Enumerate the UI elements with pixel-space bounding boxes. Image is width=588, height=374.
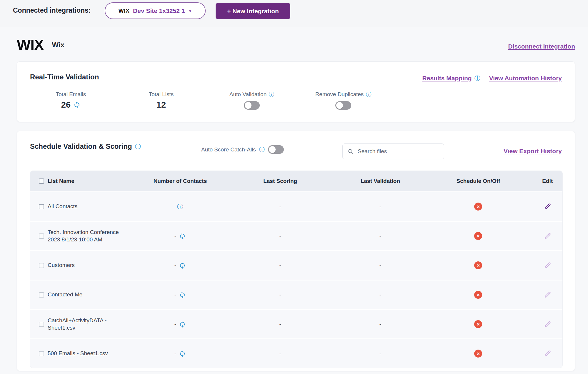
list-name: 500 Emails - Sheet1.csv — [48, 350, 108, 357]
col-last-validation: Last Validation — [337, 178, 424, 184]
info-icon[interactable]: ⓘ — [259, 147, 265, 152]
row-checkbox[interactable] — [39, 263, 44, 268]
search-icon — [348, 148, 354, 155]
schedule-off-icon[interactable]: ✕ — [474, 232, 482, 240]
schedule-off-icon[interactable]: ✕ — [474, 350, 482, 358]
edit-pencil-icon[interactable] — [544, 261, 552, 269]
row-checkbox[interactable] — [39, 292, 44, 298]
edit-pencil-icon[interactable] — [544, 320, 552, 328]
remove-duplicates-toggle[interactable] — [335, 101, 351, 110]
remove-duplicates-block: Remove Duplicates ⓘ — [307, 91, 380, 110]
list-name: Customers — [48, 262, 75, 269]
info-icon[interactable]: ⓘ — [474, 75, 480, 81]
table-row: All Contacts ⓘ - - - ✕ — [30, 191, 562, 221]
new-integration-button[interactable]: + New Integration — [216, 3, 290, 19]
info-icon[interactable]: ⓘ — [135, 143, 141, 149]
remove-duplicates-label: Remove Duplicates — [315, 91, 364, 98]
edit-pencil-icon[interactable] — [544, 291, 552, 299]
row-checkbox[interactable] — [39, 351, 44, 356]
last-scoring-value: - — [224, 233, 337, 239]
col-number-of-contacts: Number of Contacts — [136, 178, 224, 184]
schedule-off-icon[interactable]: ✕ — [474, 320, 482, 328]
view-automation-history-link[interactable]: View Automation History — [489, 75, 562, 82]
row-checkbox[interactable] — [39, 233, 44, 239]
auto-validation-block: Auto Validation ⓘ — [216, 91, 287, 110]
last-validation-value: - — [337, 203, 424, 210]
wix-brand-mark: WIX — [119, 8, 129, 14]
wix-logo: WIX — [17, 36, 44, 54]
edit-pencil-icon[interactable] — [544, 232, 552, 240]
site-dropdown[interactable]: WIX Dev Site 1x3252 1 ▼ — [105, 2, 206, 19]
table-header-row: List Name Number of Contacts Last Scorin… — [30, 171, 562, 191]
total-lists-stat: Total Lists 12 — [126, 91, 196, 110]
select-all-checkbox[interactable] — [39, 178, 44, 184]
contacts-dash: - — [174, 262, 176, 269]
auto-score-block: Auto Score Catch-Alls ⓘ — [201, 145, 284, 154]
topbar-divider — [5, 27, 588, 27]
auto-validation-toggle[interactable] — [244, 101, 260, 110]
last-scoring-value: - — [224, 292, 337, 298]
refresh-icon[interactable] — [179, 291, 186, 298]
total-lists-value: 12 — [156, 100, 166, 110]
toggle-knob — [269, 146, 276, 153]
last-validation-value: - — [337, 292, 424, 298]
connected-integrations-label: Connected integrations: — [13, 6, 91, 14]
last-validation-value: - — [337, 321, 424, 328]
refresh-icon[interactable] — [179, 321, 186, 328]
table-row: 500 Emails - Sheet1.csv ⓘ - - - ✕ — [30, 338, 562, 368]
contacts-dash: - — [174, 292, 176, 298]
table-row: Customers ⓘ - - - ✕ — [30, 250, 562, 280]
search-input[interactable] — [358, 148, 437, 155]
last-scoring-value: - — [224, 262, 337, 269]
lists-table: List Name Number of Contacts Last Scorin… — [30, 171, 562, 368]
info-icon[interactable]: ⓘ — [177, 203, 183, 210]
contacts-dash: - — [174, 321, 176, 328]
info-icon[interactable]: ⓘ — [269, 92, 274, 97]
last-validation-value: - — [337, 350, 424, 357]
disconnect-integration-link[interactable]: Disconnect Integration — [508, 43, 575, 50]
top-bar: Connected integrations: WIX Dev Site 1x3… — [0, 0, 588, 27]
row-checkbox[interactable] — [39, 204, 44, 209]
contacts-dash: - — [174, 350, 176, 357]
schedule-off-icon[interactable]: ✕ — [474, 261, 482, 269]
auto-score-toggle[interactable] — [268, 145, 284, 154]
refresh-icon[interactable] — [179, 262, 186, 269]
auto-score-label: Auto Score Catch-Alls — [201, 146, 256, 153]
edit-pencil-icon[interactable] — [544, 350, 552, 358]
last-scoring-value: - — [224, 203, 337, 210]
list-name: CatchAll+ActivityDATA - Sheet1.csv — [48, 317, 129, 331]
realtime-validation-title: Real-Time Validation — [30, 73, 99, 81]
total-emails-stat: Total Emails 26 — [36, 91, 106, 110]
row-checkbox[interactable] — [39, 322, 44, 327]
search-box — [342, 143, 444, 159]
schedule-validation-title: Schedule Validation & Scoring — [30, 142, 132, 151]
col-schedule-on-off: Schedule On/Off — [424, 178, 532, 184]
contacts-dash: - — [174, 233, 176, 239]
col-last-scoring: Last Scoring — [224, 178, 337, 184]
results-mapping-link[interactable]: Results Mapping — [422, 75, 472, 82]
refresh-icon[interactable] — [73, 101, 81, 108]
view-export-history-link[interactable]: View Export History — [504, 148, 562, 155]
edit-pencil-icon[interactable] — [544, 203, 552, 211]
total-lists-label: Total Lists — [149, 91, 174, 98]
list-name: Tech. Innovation Conference 2023 8/1/23 … — [48, 229, 129, 243]
auto-validation-label: Auto Validation — [229, 91, 266, 98]
last-scoring-value: - — [224, 350, 337, 357]
integration-name: Wix — [52, 41, 64, 49]
last-validation-value: - — [337, 262, 424, 269]
total-emails-label: Total Emails — [56, 91, 86, 98]
table-row: Contacted Me ⓘ - - - ✕ — [30, 280, 562, 309]
info-icon[interactable]: ⓘ — [366, 92, 371, 97]
refresh-icon[interactable] — [179, 350, 186, 357]
col-list-name: List Name — [48, 178, 74, 184]
toggle-knob — [245, 102, 251, 109]
schedule-off-icon[interactable]: ✕ — [474, 203, 482, 211]
realtime-validation-card: Real-Time Validation Results Mapping ⓘ V… — [17, 61, 575, 122]
list-name: All Contacts — [48, 203, 77, 210]
refresh-icon[interactable] — [179, 233, 186, 240]
schedule-off-icon[interactable]: ✕ — [474, 291, 482, 299]
col-edit: Edit — [533, 178, 562, 184]
last-scoring-value: - — [224, 321, 337, 328]
toggle-knob — [336, 102, 343, 109]
total-emails-value: 26 — [61, 100, 71, 110]
